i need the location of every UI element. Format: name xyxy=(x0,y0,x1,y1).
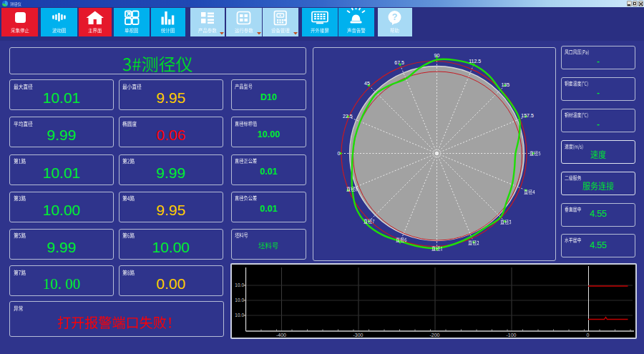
svg-text:?: ? xyxy=(391,12,397,22)
